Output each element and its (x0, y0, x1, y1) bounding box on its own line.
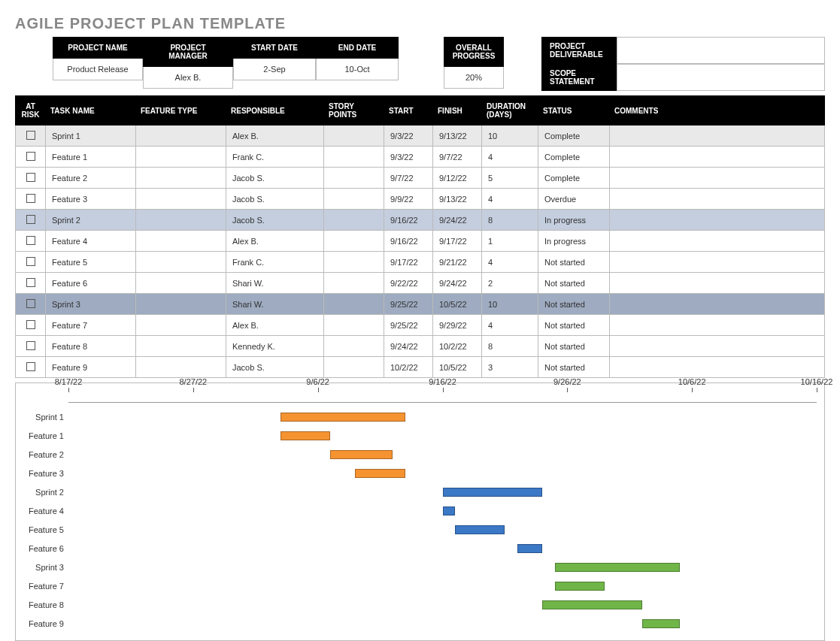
cell-sp (324, 336, 384, 357)
at-risk-checkbox[interactable] (26, 236, 35, 245)
cell-duration: 5 (482, 168, 538, 189)
cell-type (136, 125, 226, 147)
cell-type (136, 168, 226, 189)
table-row: Sprint 3Shari W.9/25/2210/5/2210Not star… (16, 294, 825, 315)
at-risk-checkbox[interactable] (26, 152, 35, 161)
cell-comments (610, 231, 825, 252)
cell-sp (324, 315, 384, 336)
end-date-label: END DATE (316, 37, 399, 59)
cell-sp (324, 231, 384, 252)
gantt-bar (642, 619, 680, 628)
gantt-bar (355, 469, 405, 478)
gantt-row: Feature 5 (16, 520, 824, 539)
cell-task: Feature 7 (46, 315, 136, 336)
cell-task: Feature 9 (46, 357, 136, 378)
gantt-bar (443, 488, 543, 497)
cell-duration: 2 (482, 273, 538, 294)
cell-task: Sprint 2 (46, 210, 136, 231)
cell-start: 9/17/22 (384, 252, 433, 273)
at-risk-checkbox[interactable] (26, 194, 35, 203)
gantt-row: Sprint 2 (16, 482, 824, 501)
axis-tick-label: 9/6/22 (306, 377, 329, 386)
cell-duration: 10 (482, 125, 538, 147)
table-row: Feature 1Frank C.9/3/229/7/224Complete (16, 147, 825, 168)
col-story-points: STORY POINTS (324, 96, 384, 125)
col-duration: DURATION (DAYS) (482, 96, 538, 125)
axis-tick-label: 9/26/22 (553, 377, 581, 386)
cell-task: Feature 3 (46, 189, 136, 210)
cell-sp (324, 252, 384, 273)
table-row: Feature 5Frank C.9/17/229/21/224Not star… (16, 252, 825, 273)
start-date-label: START DATE (233, 37, 316, 59)
cell-responsible: Frank C. (226, 252, 324, 273)
cell-finish: 9/24/22 (433, 273, 482, 294)
task-header-row: AT RISK TASK NAME FEATURE TYPE RESPONSIB… (16, 96, 825, 125)
cell-comments (610, 273, 825, 294)
col-finish: FINISH (433, 96, 482, 125)
cell-sp (324, 210, 384, 231)
table-row: Feature 4Alex B.9/16/229/17/221In progre… (16, 231, 825, 252)
gantt-row-label: Feature 4 (16, 506, 68, 516)
cell-responsible: Jacob S. (226, 357, 324, 378)
cell-start: 9/16/22 (384, 210, 433, 231)
gantt-row: Feature 8 (16, 595, 824, 614)
cell-finish: 9/7/22 (433, 147, 482, 168)
cell-sp (324, 273, 384, 294)
col-start: START (384, 96, 433, 125)
at-risk-checkbox[interactable] (26, 131, 35, 140)
cell-sp (324, 294, 384, 315)
project-deliverable-value (617, 37, 825, 64)
cell-type (136, 210, 226, 231)
at-risk-checkbox[interactable] (26, 215, 35, 224)
page-title: AGILE PROJECT PLAN TEMPLATE (15, 15, 825, 32)
at-risk-checkbox[interactable] (26, 320, 35, 329)
cell-status: Not started (538, 294, 610, 315)
at-risk-checkbox[interactable] (26, 278, 35, 287)
table-row: Feature 2Jacob S.9/7/229/12/225Complete (16, 168, 825, 189)
col-status: STATUS (538, 96, 610, 125)
cell-sp (324, 189, 384, 210)
at-risk-checkbox[interactable] (26, 362, 35, 371)
gantt-bar (455, 525, 505, 534)
cell-type (136, 294, 226, 315)
cell-status: Complete (538, 168, 610, 189)
gantt-row: Sprint 1 (16, 407, 824, 426)
at-risk-checkbox[interactable] (26, 341, 35, 350)
overall-progress-label: OVERALL PROGRESS (444, 37, 504, 67)
gantt-axis: 8/17/228/27/229/6/229/16/229/26/2210/6/2… (68, 388, 817, 403)
cell-start: 9/9/22 (384, 189, 433, 210)
gantt-row-label: Feature 9 (16, 619, 68, 628)
cell-duration: 4 (482, 189, 538, 210)
scope-statement-label: SCOPE STATEMENT (541, 64, 617, 91)
cell-start: 9/3/22 (384, 125, 433, 147)
gantt-bar (330, 450, 393, 459)
cell-comments (610, 336, 825, 357)
col-responsible: RESPONSIBLE (226, 96, 324, 125)
cell-comments (610, 315, 825, 336)
gantt-bar (542, 600, 642, 609)
at-risk-checkbox[interactable] (26, 173, 35, 182)
at-risk-checkbox[interactable] (26, 299, 35, 308)
gantt-row: Feature 4 (16, 501, 824, 520)
table-row: Feature 3Jacob S.9/9/229/13/224Overdue (16, 189, 825, 210)
cell-type (136, 252, 226, 273)
side-label-block: PROJECT DELIVERABLE SCOPE STATEMENT (541, 37, 617, 91)
gantt-row-label: Feature 2 (16, 450, 68, 459)
cell-status: Not started (538, 315, 610, 336)
cell-finish: 9/13/22 (433, 189, 482, 210)
gantt-bar (555, 582, 605, 591)
scope-statement-value (617, 64, 825, 91)
at-risk-checkbox[interactable] (26, 257, 35, 266)
cell-sp (324, 168, 384, 189)
cell-finish: 9/13/22 (433, 125, 482, 147)
cell-duration: 10 (482, 294, 538, 315)
gantt-chart: 8/17/228/27/229/6/229/16/229/26/2210/6/2… (15, 382, 825, 641)
cell-status: In progress (538, 231, 610, 252)
table-row: Sprint 2Jacob S.9/16/229/24/228In progre… (16, 210, 825, 231)
table-row: Feature 6Shari W.9/22/229/24/222Not star… (16, 273, 825, 294)
cell-start: 9/16/22 (384, 231, 433, 252)
cell-finish: 9/24/22 (433, 210, 482, 231)
cell-responsible: Jacob S. (226, 210, 324, 231)
side-value-block (617, 37, 825, 91)
cell-status: Not started (538, 336, 610, 357)
